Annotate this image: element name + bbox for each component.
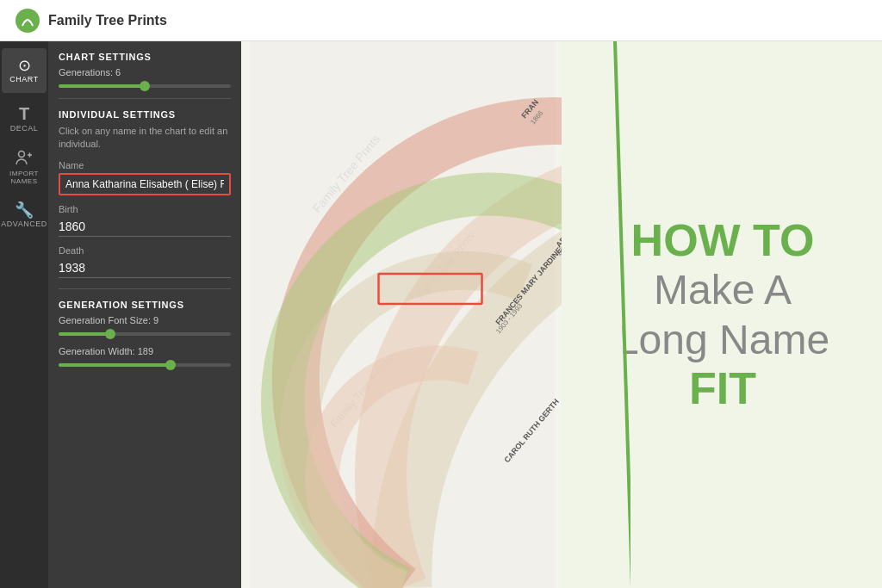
diagonal-line-svg bbox=[562, 41, 630, 588]
svg-marker-20 bbox=[562, 41, 630, 588]
font-size-thumb[interactable] bbox=[105, 329, 115, 339]
birth-value: 1860 bbox=[59, 217, 231, 237]
settings-panel: CHART SETTINGS Generations: 6 INDIVIDUAL… bbox=[48, 41, 241, 588]
sidebar-item-decal[interactable]: T DECAL bbox=[2, 96, 47, 141]
font-size-slider-row: Generation Font Size: 9 bbox=[59, 315, 231, 336]
how-to-panel: HOW TO Make A Long Name FIT bbox=[563, 41, 882, 588]
sidebar-item-import[interactable]: IMPORTNAMES bbox=[2, 145, 47, 189]
name-field-group: Name bbox=[59, 160, 231, 195]
generations-fill bbox=[59, 84, 145, 88]
how-to-subline2: Long Name bbox=[616, 315, 829, 365]
generations-label: Generations: 6 bbox=[59, 67, 231, 77]
divider-2 bbox=[59, 288, 231, 289]
chart-svg: Family Tree Prints Family Tree Prints Fa… bbox=[241, 41, 563, 588]
advanced-icon: 🔧 bbox=[15, 202, 34, 218]
font-size-label: Generation Font Size: 9 bbox=[59, 315, 231, 325]
logo: Family Tree Prints bbox=[14, 7, 167, 34]
chart-settings-title: CHART SETTINGS bbox=[59, 52, 231, 62]
font-size-fill bbox=[59, 332, 110, 336]
chart-area[interactable]: Family Tree Prints Family Tree Prints Fa… bbox=[241, 41, 563, 588]
generations-slider-row: Generations: 6 bbox=[59, 67, 231, 88]
generation-settings-title: GENERATION SETTINGS bbox=[59, 300, 231, 310]
app-title: Family Tree Prints bbox=[48, 13, 167, 28]
generations-thumb[interactable] bbox=[140, 81, 150, 91]
name-input[interactable] bbox=[59, 173, 231, 195]
how-to-cta: FIT bbox=[616, 364, 829, 413]
width-track[interactable] bbox=[59, 363, 231, 367]
chart-icon: ⊙ bbox=[18, 58, 31, 73]
death-field-group: Death 1938 bbox=[59, 245, 231, 278]
svg-point-1 bbox=[19, 151, 25, 157]
how-to-subline1: Make A bbox=[616, 265, 829, 315]
death-label: Death bbox=[59, 245, 231, 256]
death-value: 1938 bbox=[59, 258, 231, 278]
main-area: ⊙ CHART T DECAL IMPORTNAMES 🔧 ADVANCED bbox=[0, 41, 882, 588]
generations-track[interactable] bbox=[59, 84, 231, 88]
name-label: Name bbox=[59, 160, 231, 170]
logo-icon bbox=[14, 7, 41, 34]
width-label: Generation Width: 189 bbox=[59, 346, 231, 356]
app-header: Family Tree Prints bbox=[0, 0, 882, 41]
birth-field-group: Birth 1860 bbox=[59, 204, 231, 237]
sidebar-item-advanced[interactable]: 🔧 ADVANCED bbox=[2, 193, 47, 238]
width-slider-row: Generation Width: 189 bbox=[59, 346, 231, 367]
birth-label: Birth bbox=[59, 204, 231, 214]
width-thumb[interactable] bbox=[165, 360, 176, 370]
decal-icon: T bbox=[19, 105, 29, 122]
divider-1 bbox=[59, 98, 231, 99]
how-to-heading: HOW TO bbox=[616, 216, 829, 265]
icon-sidebar: ⊙ CHART T DECAL IMPORTNAMES 🔧 ADVANCED bbox=[0, 41, 48, 588]
import-icon bbox=[16, 150, 33, 168]
width-fill bbox=[59, 363, 171, 367]
individual-settings-title: INDIVIDUAL SETTINGS bbox=[59, 109, 231, 120]
sidebar-item-chart[interactable]: ⊙ CHART bbox=[2, 48, 47, 93]
font-size-track[interactable] bbox=[59, 332, 231, 336]
individual-settings-subtitle: Click on any name in the chart to edit a… bbox=[59, 125, 231, 152]
